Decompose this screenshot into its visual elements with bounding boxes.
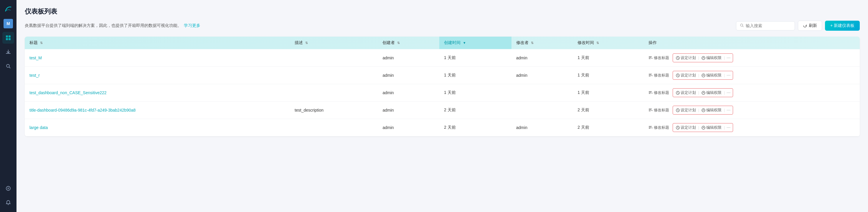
sidebar-item-dashboard[interactable]: [2, 32, 14, 44]
modify-icon-0: [649, 56, 653, 60]
perm-icon-3: [702, 108, 705, 112]
svg-rect-32: [649, 126, 652, 127]
sidebar-item-download[interactable]: [2, 46, 14, 58]
action-cell-4: 修改标题 设定计划 |: [649, 123, 855, 132]
col-modified-at[interactable]: 修改时间 ⇅: [573, 36, 644, 49]
row-title-link-1[interactable]: test_r: [29, 73, 40, 78]
more-btn-4[interactable]: ···: [725, 124, 732, 131]
table-header: 标题 ⇅ 描述 ⇅ 创建者 ⇅ 创建时间 ▼: [25, 36, 860, 49]
new-dashboard-button[interactable]: + 新建仪表板: [825, 21, 860, 31]
action-divider2-0: |: [724, 56, 725, 60]
cell-actions-1: 修改标题 设定计划 |: [644, 67, 860, 84]
svg-rect-28: [649, 111, 651, 111]
modify-icon-3: [649, 108, 653, 112]
search-input[interactable]: [746, 23, 791, 28]
table-row: test_r admin 1 天前 admin 1 天前 修改标题: [25, 67, 860, 84]
perm-btn-4[interactable]: 编辑权限: [700, 124, 723, 131]
cell-title-2: test_dashboard_non_CASE_Sensitive222: [25, 84, 290, 102]
perm-btn-1[interactable]: 编辑权限: [700, 72, 723, 79]
modify-title-btn-4[interactable]: 修改标题: [649, 125, 669, 130]
row-title-link-2[interactable]: test_dashboard_non_CASE_Sensitive222: [29, 90, 107, 95]
modify-title-btn-0[interactable]: 修改标题: [649, 55, 669, 60]
sidebar-item-notifications[interactable]: [2, 197, 14, 209]
dashboard-table: 标题 ⇅ 描述 ⇅ 创建者 ⇅ 创建时间 ▼: [25, 36, 860, 136]
user-avatar[interactable]: M: [3, 19, 13, 28]
description-body: 炎凰数据平台提供了端到端的解决方案，因此，也提供了开箱即用的数据可视化功能。: [25, 23, 182, 28]
svg-rect-27: [649, 110, 651, 110]
learn-more-link[interactable]: 学习更多: [184, 23, 200, 28]
main-content: 仪表板列表 炎凰数据平台提供了端到端的解决方案，因此，也提供了开箱即用的数据可视…: [17, 0, 868, 212]
search-box[interactable]: [736, 21, 795, 30]
action-cell-0: 修改标题 设定计划 |: [649, 53, 855, 62]
action-group-highlighted-2: 设定计划 | 编辑权限 | ···: [673, 88, 733, 97]
svg-rect-10: [649, 58, 651, 59]
action-divider-3: |: [698, 108, 699, 112]
more-btn-3[interactable]: ···: [725, 107, 732, 114]
row-title-link-4[interactable]: large data: [29, 125, 48, 130]
perm-icon-2: [702, 91, 705, 95]
cell-modified-at-4: 2 天前: [573, 119, 644, 136]
svg-point-18: [702, 74, 705, 77]
more-btn-1[interactable]: ···: [725, 72, 732, 79]
svg-rect-3: [8, 38, 10, 40]
action-divider2-1: |: [724, 73, 725, 77]
cell-modified-at-0: 1 天前: [573, 49, 644, 67]
modify-title-btn-3[interactable]: 修改标题: [649, 107, 669, 113]
modify-icon-1: [649, 73, 653, 77]
svg-point-12: [702, 56, 705, 60]
modify-title-btn-2[interactable]: 修改标题: [649, 90, 669, 96]
cell-modifier-0: admin: [512, 49, 573, 67]
cell-actions-2: 修改标题 设定计划 |: [644, 84, 860, 102]
schedule-btn-1[interactable]: 设定计划: [674, 72, 698, 79]
cell-actions-3: 修改标题 设定计划 |: [644, 102, 860, 119]
svg-rect-0: [6, 35, 8, 37]
svg-rect-9: [649, 58, 651, 58]
col-created-at[interactable]: 创建时间 ▼: [439, 36, 512, 49]
sidebar-item-search[interactable]: [2, 60, 14, 72]
cell-description-2: [290, 84, 378, 102]
sort-modified-at-icon: ⇅: [596, 41, 599, 45]
sidebar: M: [0, 0, 17, 212]
cell-created-at-4: 2 天前: [439, 119, 512, 136]
perm-icon-1: [702, 74, 705, 77]
modify-title-btn-1[interactable]: 修改标题: [649, 73, 669, 78]
sort-modifier-icon: ⇅: [531, 41, 534, 45]
refresh-button[interactable]: 刷新: [798, 21, 822, 31]
perm-btn-2[interactable]: 编辑权限: [700, 89, 723, 96]
perm-btn-3[interactable]: 编辑权限: [700, 107, 723, 114]
row-title-link-3[interactable]: title-dashboard-09486d9a-981c-4fd7-a249-…: [29, 108, 135, 112]
col-creator[interactable]: 创建者 ⇅: [378, 36, 439, 49]
svg-rect-8: [649, 56, 652, 57]
schedule-btn-2[interactable]: 设定计划: [674, 89, 698, 96]
schedule-btn-4[interactable]: 设定计划: [674, 124, 698, 131]
page-title: 仪表板列表: [25, 7, 860, 16]
col-description[interactable]: 描述 ⇅: [290, 36, 378, 49]
row-title-link-0[interactable]: test_M: [29, 55, 42, 60]
more-btn-0[interactable]: ···: [725, 54, 732, 61]
sidebar-item-monitor[interactable]: [2, 183, 14, 194]
col-actions: 操作: [644, 36, 860, 49]
schedule-icon-4: [676, 126, 680, 130]
svg-point-37: [703, 127, 704, 128]
svg-point-31: [703, 109, 704, 110]
svg-point-13: [703, 57, 704, 58]
schedule-btn-0[interactable]: 设定计划: [674, 54, 698, 61]
col-modifier[interactable]: 修改者 ⇅: [512, 36, 573, 49]
perm-btn-0[interactable]: 编辑权限: [700, 54, 723, 61]
action-group-highlighted-3: 设定计划 | 编辑权限 | ···: [673, 106, 733, 114]
perm-icon-4: [702, 126, 705, 130]
action-group-highlighted-4: 设定计划 | 编辑权限 | ···: [673, 123, 733, 132]
sort-description-icon: ⇅: [305, 41, 308, 45]
svg-rect-21: [649, 92, 651, 93]
col-title-label: 标题: [29, 40, 38, 45]
schedule-btn-3[interactable]: 设定计划: [674, 107, 698, 114]
svg-point-25: [703, 92, 704, 93]
search-icon: [740, 23, 744, 28]
cell-title-4: large data: [25, 119, 290, 136]
action-divider2-2: |: [724, 91, 725, 95]
cell-actions-4: 修改标题 设定计划 |: [644, 119, 860, 136]
schedule-icon-1: [676, 74, 680, 77]
col-title[interactable]: 标题 ⇅: [25, 36, 290, 49]
more-btn-2[interactable]: ···: [725, 89, 732, 96]
cell-modifier-1: admin: [512, 67, 573, 84]
